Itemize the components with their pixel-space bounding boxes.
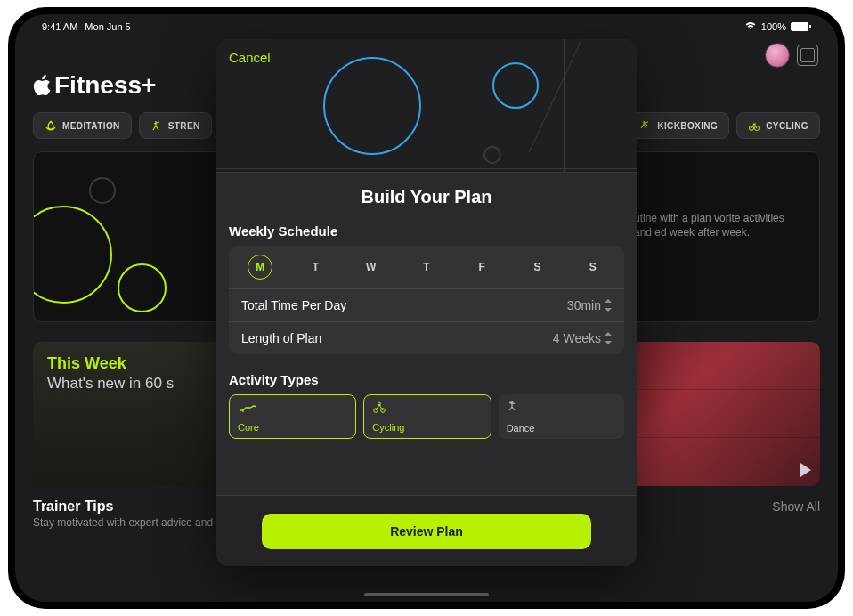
activity-cycling[interactable]: Cycling	[363, 394, 491, 439]
category-label: CYCLING	[766, 121, 808, 131]
category-label: KICKBOXING	[657, 121, 718, 131]
category-cycling[interactable]: CYCLING	[736, 112, 820, 139]
play-icon[interactable]	[800, 463, 811, 477]
day-monday[interactable]: M	[248, 255, 272, 280]
strength-icon	[150, 119, 163, 132]
wifi-icon	[744, 21, 757, 32]
stepper-icon	[605, 299, 612, 312]
length-row[interactable]: Length of Plan 4 Weeks	[229, 322, 624, 354]
stepper-icon	[605, 332, 612, 344]
status-bar: 9:41 AM Mon Jun 5 100%	[15, 14, 838, 36]
home-indicator[interactable]	[364, 593, 489, 596]
day-selector: M T W T F S S	[229, 246, 624, 289]
status-time: 9:41 AM	[42, 21, 77, 32]
dance-icon	[507, 400, 616, 412]
activity-label: Cycling	[372, 422, 482, 433]
modal-title: Build Your Plan	[229, 187, 624, 207]
battery-percent: 100%	[761, 21, 786, 32]
cancel-button[interactable]: Cancel	[229, 50, 271, 65]
total-time-label: Total Time Per Day	[241, 298, 346, 312]
hero-description: utine with a plan vorite activities and …	[634, 211, 803, 239]
activity-dance[interactable]: Dance	[499, 394, 624, 439]
library-icon[interactable]	[797, 45, 818, 66]
cycling-icon	[748, 119, 760, 132]
day-wednesday[interactable]: W	[359, 255, 384, 280]
modal-footer: Review Plan	[216, 495, 637, 566]
activity-types-label: Activity Types	[229, 372, 624, 387]
screen: 9:41 AM Mon Jun 5 100% Fitness+	[15, 14, 838, 602]
day-tuesday[interactable]: T	[303, 255, 328, 280]
activity-core[interactable]: Core	[229, 394, 356, 439]
avatar[interactable]	[765, 43, 790, 68]
core-icon	[238, 401, 347, 413]
trainer-tips-title: Trainer Tips	[33, 498, 113, 515]
day-friday[interactable]: F	[469, 255, 494, 280]
status-date: Mon Jun 5	[85, 21, 130, 32]
length-label: Length of Plan	[241, 331, 321, 345]
schedule-card: M T W T F S S Total Time Per Day 30min	[229, 246, 624, 354]
length-value: 4 Weeks	[553, 331, 601, 345]
cycling-icon	[372, 401, 482, 413]
day-saturday[interactable]: S	[525, 255, 550, 280]
activity-label: Core	[238, 422, 347, 433]
category-strength[interactable]: STREN	[139, 112, 212, 139]
day-sunday[interactable]: S	[581, 255, 605, 280]
category-label: STREN	[168, 121, 200, 131]
category-label: MEDITATION	[62, 121, 120, 131]
build-plan-modal: Cancel Build Your Plan Weekly Schedule M…	[216, 39, 637, 566]
ipad-frame: 9:41 AM Mon Jun 5 100% Fitness+	[8, 7, 845, 609]
activity-label: Dance	[507, 423, 616, 434]
total-time-row[interactable]: Total Time Per Day 30min	[229, 289, 624, 322]
weekly-schedule-label: Weekly Schedule	[229, 223, 624, 239]
show-all-link[interactable]: Show All	[772, 499, 820, 514]
app-title-text: Fitness+	[54, 71, 156, 100]
modal-header-art: Cancel	[216, 39, 637, 173]
category-meditation[interactable]: MEDITATION	[33, 112, 132, 139]
day-thursday[interactable]: T	[414, 255, 439, 280]
kickboxing-icon	[639, 119, 652, 132]
activity-row: Core Cycling Dance	[229, 394, 624, 439]
modal-body: Build Your Plan Weekly Schedule M T W T …	[216, 173, 637, 495]
review-plan-button[interactable]: Review Plan	[262, 514, 591, 549]
total-time-value: 30min	[567, 298, 601, 312]
battery-icon	[791, 22, 811, 31]
meditation-icon	[45, 119, 57, 132]
category-kickboxing[interactable]: KICKBOXING	[628, 112, 729, 139]
